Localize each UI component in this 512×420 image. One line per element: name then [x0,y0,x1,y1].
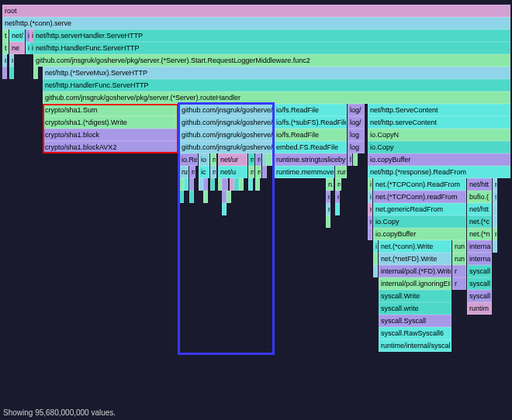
iofs-readfile2[interactable]: io/fs.ReadFile [274,129,347,141]
net-htt1[interactable]: net/htt [467,178,492,191]
sa2[interactable] [184,178,189,191]
resp-readfrom[interactable]: net/http.(*response).ReadFrom [368,166,510,178]
syscall-syscall[interactable]: syscall.Syscall [379,315,451,327]
server-handler[interactable]: net/http.serverHandler.ServeHTTP [33,29,510,42]
netfd-write[interactable]: net.(*netFD).Write [379,253,451,265]
n4[interactable]: n [210,166,216,178]
s2[interactable] [493,203,497,215]
s1[interactable]: s [493,191,497,203]
io-copy2[interactable]: io.Copy [373,215,466,228]
interna1[interactable]: interna [467,240,492,253]
i1[interactable]: i [368,178,372,191]
r2[interactable]: r [335,191,340,203]
l1[interactable]: l [348,153,352,166]
s-p2[interactable] [9,67,14,79]
syscall-raw6[interactable]: syscall.RawSyscall6 [379,327,451,339]
net-c[interactable]: net.(*c [467,215,492,228]
sha1-digest[interactable]: crypto/sha1.(*digest).Write [43,116,178,129]
log4[interactable]: log [348,141,365,153]
r6[interactable] [326,215,330,228]
s3[interactable] [493,215,497,228]
memmove[interactable]: runtime.memmove [274,166,334,178]
io-copyn[interactable]: io.CopyN [368,129,510,141]
syscall-write2[interactable]: syscall.write [379,302,451,315]
stub-b[interactable]: net/ [9,29,25,42]
r11[interactable] [373,265,378,277]
sb3[interactable] [203,191,208,203]
generic-readfrom[interactable]: net.genericReadFrom [373,203,466,215]
net-u[interactable]: net/u [218,166,247,178]
sb2[interactable] [189,191,194,203]
s-g1[interactable] [33,67,38,79]
syscall-write1[interactable]: syscall.Write [379,290,451,302]
runtime-internal[interactable]: runtime/internal/syscall [379,339,451,352]
poll-fd-write[interactable]: internal/poll.(*FD).Write [379,265,451,277]
sa3[interactable] [189,178,194,191]
sa5[interactable] [203,178,208,191]
stub-a2[interactable]: t [2,42,9,54]
gosherve-pkg[interactable]: github.com/jnsgruk/gosherve/pk [179,104,273,116]
run3[interactable]: run [452,253,466,265]
route-handler[interactable]: github.com/jnsgruk/gosherve/pkg/server.(… [43,91,510,104]
sa8[interactable] [222,178,228,191]
run1[interactable]: run [335,166,347,178]
logger-mw[interactable]: github.com/jnsgruk/gosherve/pkg/server.(… [33,54,510,67]
ru3[interactable]: ru [326,178,334,191]
root[interactable]: root [2,5,510,17]
gosherve-2[interactable]: github.com/jnsgruk/gosherve/ [179,141,273,153]
string-byte[interactable]: runtime.stringtoslicebyt [274,153,347,166]
i2[interactable]: i [368,191,372,203]
r9[interactable]: r [493,228,497,240]
io-copy[interactable]: io.Copy [368,141,510,153]
net-n[interactable]: net.(*n [467,228,492,240]
sa6[interactable] [210,178,215,191]
stub-b2[interactable]: ne [9,42,25,54]
tcp-readfrom[interactable]: net.(*TCPConn).ReadFrom [373,178,466,191]
na[interactable]: na [179,166,189,178]
conn-write[interactable]: net.(*conn).Write [379,240,451,253]
ic[interactable]: ic [199,166,209,178]
ru1[interactable]: ru [255,153,261,166]
io-rei[interactable]: io.Re [179,153,198,166]
sa11[interactable] [239,178,244,191]
r13[interactable]: r [452,277,466,290]
s-r2[interactable]: r [9,54,14,67]
subfs-readfile[interactable]: io/fs.(*subFS).ReadFile [274,116,347,129]
r1[interactable]: r [326,191,330,203]
handler-func[interactable]: net/http.HandlerFunc.ServeHTTP [33,42,510,54]
sc1[interactable] [222,203,227,215]
r8[interactable] [368,228,372,240]
copybuffer2[interactable]: io.copyBuffer [373,228,466,240]
r3[interactable]: r [326,203,330,215]
handlerfunc2[interactable]: net/http.HandlerFunc.ServeHTTP [43,79,510,91]
ru4[interactable]: ru [335,178,341,191]
gosherve-1[interactable]: github.com/jnsgruk/gosherve/ [179,129,273,141]
ru2[interactable]: ru [255,166,261,178]
s4[interactable] [493,240,497,253]
sb5[interactable] [227,191,231,203]
stub-a[interactable]: t [2,29,9,42]
r4[interactable] [335,203,340,215]
log1[interactable]: log/ [348,104,365,116]
servemux[interactable]: net/http.(*ServeMux).ServeHTTP [43,67,510,79]
embed-readfile[interactable]: embed.FS.ReadFile [274,141,347,153]
copybuffer[interactable]: io.copyBuffer [368,153,510,166]
t2[interactable] [266,153,272,166]
runtim[interactable]: runtim [467,302,492,315]
sha1-block[interactable]: crypto/sha1.block [43,129,178,141]
r12[interactable]: r [452,265,466,277]
sha1-avx2[interactable]: crypto/sha1.blockAVX2 [43,141,178,153]
l2[interactable] [353,153,358,166]
servecontent1[interactable]: net/http.ServeContent [368,104,510,116]
poll-ignoring[interactable]: internal/poll.ignoringEIN [379,277,451,290]
n1[interactable]: n [210,153,216,166]
syscall3[interactable]: syscall [467,290,492,302]
log3[interactable]: log [348,129,365,141]
r7[interactable]: r [368,215,372,228]
r5[interactable]: r [368,203,372,215]
bufio[interactable]: bufio.( [467,191,492,203]
net-htt2[interactable]: net/htt [467,203,492,215]
sb1[interactable] [179,191,184,203]
io-s[interactable]: io [199,153,209,166]
syscall2[interactable]: syscall [467,277,492,290]
